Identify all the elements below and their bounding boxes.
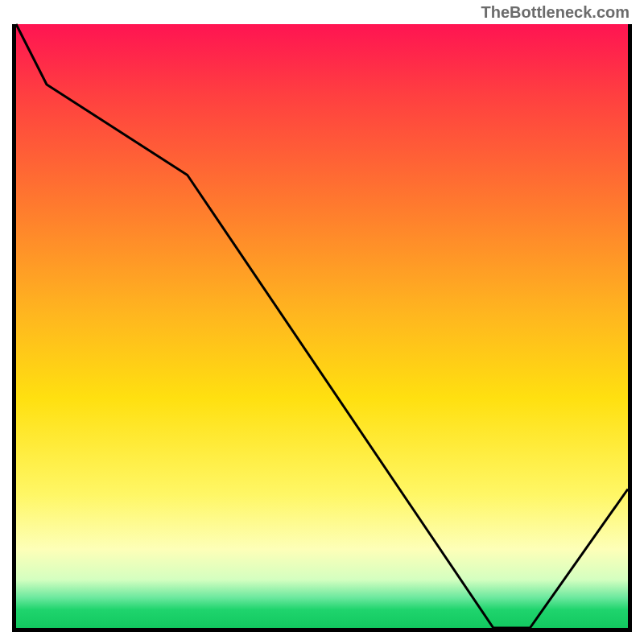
chart-root: TheBottleneck.com: [0, 0, 644, 644]
line-chart-svg: [16, 24, 628, 628]
bottleneck-line: [16, 24, 628, 628]
attribution-label: TheBottleneck.com: [481, 3, 630, 22]
plot-area: [12, 24, 632, 632]
